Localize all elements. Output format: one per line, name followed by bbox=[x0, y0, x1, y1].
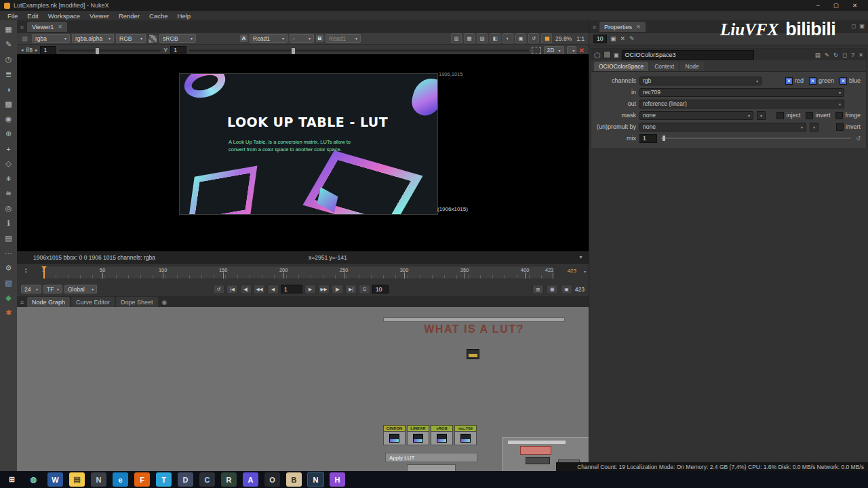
close-icon[interactable]: ✕ bbox=[859, 52, 863, 58]
toolbar-time-icon[interactable]: ◷ bbox=[1, 52, 16, 66]
toolbar-custom-icon[interactable]: ✱ bbox=[1, 306, 16, 320]
pane-float-icon[interactable]: ◻ bbox=[852, 23, 856, 29]
taskbar-vscode-icon[interactable]: C bbox=[199, 472, 215, 487]
taskbar-telegram-icon[interactable]: T bbox=[156, 472, 172, 487]
node-rec.709[interactable]: rec.709 bbox=[454, 425, 477, 445]
layer-dropdown[interactable]: rgba.alpha bbox=[72, 34, 114, 43]
wipe-icon[interactable]: ▥ bbox=[451, 33, 462, 43]
node-graph-canvas[interactable]: WHAT IS A LUT? CINEONLINEARsRGBrec.709 A… bbox=[17, 307, 589, 471]
buffer-b-dropdown[interactable]: Read1 bbox=[326, 34, 361, 43]
taskbar-houdini-icon[interactable]: H bbox=[330, 472, 345, 487]
loop-mode-button[interactable]: ↺ bbox=[213, 285, 224, 294]
premult-invert-checkbox[interactable] bbox=[836, 123, 844, 131]
view-options-dropdown[interactable] bbox=[567, 46, 576, 55]
tab-properties[interactable]: Properties ✕ bbox=[599, 22, 646, 32]
mask-invert-checkbox[interactable] bbox=[806, 112, 813, 119]
toolbar-views-icon[interactable]: ◎ bbox=[1, 201, 16, 216]
toolbar-deep-icon[interactable]: ≋ bbox=[1, 186, 16, 201]
buffer-a-dropdown[interactable]: Read1 bbox=[250, 34, 288, 43]
menu-file[interactable]: File bbox=[3, 12, 22, 20]
tab-node-graph[interactable]: Node Graph bbox=[27, 297, 70, 307]
tab-ociocolorspace[interactable]: OCIOColorSpace bbox=[594, 62, 648, 71]
next-keyframe-button[interactable]: |▶ bbox=[332, 285, 343, 294]
maximize-button[interactable]: ▢ bbox=[833, 2, 839, 9]
prev-keyframe-button[interactable]: ◀| bbox=[240, 285, 252, 294]
timeline-mode-dropdown[interactable]: TF bbox=[43, 285, 62, 293]
toolbar-channel-icon[interactable]: ≣ bbox=[1, 67, 16, 81]
pencil-icon[interactable]: ✎ bbox=[825, 52, 829, 58]
fstop-decrease-icon[interactable]: ◂ bbox=[21, 47, 24, 53]
node-cineon[interactable]: CINEON bbox=[383, 425, 406, 445]
gain-slider[interactable] bbox=[59, 49, 161, 52]
menu-cache[interactable]: Cache bbox=[144, 12, 172, 20]
tab-context[interactable]: Context bbox=[650, 62, 679, 71]
gamma-slider-knob[interactable] bbox=[291, 47, 296, 55]
node-stub[interactable] bbox=[407, 464, 456, 471]
taskbar-nuke-icon[interactable]: N bbox=[308, 472, 323, 487]
gamma-slider[interactable] bbox=[189, 49, 528, 52]
range-mode-dropdown[interactable]: Global bbox=[64, 285, 97, 293]
menu-workspace[interactable]: Workspace bbox=[43, 12, 85, 20]
roi-region-icon[interactable] bbox=[532, 47, 541, 54]
node-swatch[interactable] bbox=[604, 51, 611, 58]
taskbar-edge-icon[interactable]: e bbox=[113, 472, 128, 487]
mix-slider-knob[interactable] bbox=[663, 136, 665, 141]
toolbar-draw-icon[interactable]: ✎ bbox=[1, 37, 16, 52]
toolbar-particles-icon[interactable]: ∗ bbox=[1, 171, 16, 186]
mask-dropdown[interactable]: none bbox=[639, 111, 753, 120]
channel-green-checkbox[interactable]: ✕ bbox=[809, 77, 816, 85]
info-dropdown-icon[interactable]: ▼ bbox=[578, 255, 583, 260]
proxy-ratio[interactable]: 1:1 bbox=[575, 35, 586, 42]
mix-slider[interactable] bbox=[660, 138, 851, 139]
revert-icon[interactable]: ↻ bbox=[833, 52, 838, 58]
backdrop-apply-lut[interactable]: Apply LUT bbox=[385, 453, 477, 462]
channels-dropdown[interactable]: rgba bbox=[32, 34, 70, 43]
fast-forward-button[interactable]: ▶▶ bbox=[318, 285, 330, 294]
abort-render-icon[interactable]: ✕ bbox=[579, 47, 585, 54]
toolbar-3d-icon[interactable]: ◇ bbox=[1, 157, 16, 171]
lock-panels-icon[interactable]: ▣ bbox=[610, 35, 616, 42]
lock-icon[interactable]: ▣ bbox=[561, 285, 572, 294]
playhead[interactable] bbox=[43, 266, 45, 279]
wipe-mode-dropdown[interactable]: - bbox=[290, 34, 314, 43]
out-colorspace-dropdown[interactable]: reference (linear) bbox=[639, 100, 844, 108]
frame-ruler[interactable]: 150100150200250300350400423 bbox=[43, 266, 553, 279]
taskbar-firefox-icon[interactable]: F bbox=[134, 472, 150, 487]
premult-dropdown[interactable]: none bbox=[639, 123, 806, 131]
clear-panels-icon[interactable]: ✕ bbox=[620, 35, 626, 42]
buffer-a-badge[interactable]: A bbox=[240, 35, 248, 42]
revert-icon[interactable]: ↺ bbox=[856, 136, 861, 142]
taskbar-start-icon[interactable]: ⊞ bbox=[4, 472, 20, 487]
pause-icon[interactable]: ▮▮ bbox=[541, 33, 552, 43]
mask-channel-button[interactable]: ▾ bbox=[757, 111, 766, 120]
toolbar-flow-icon[interactable]: ◆ bbox=[1, 291, 16, 305]
fast-backward-button[interactable]: ◀◀ bbox=[254, 285, 265, 294]
viewer-grip-icon[interactable]: ▥ bbox=[20, 34, 30, 43]
view-mode-dropdown[interactable]: 2D bbox=[544, 46, 564, 55]
toolbar-filter-icon[interactable]: ▩ bbox=[1, 97, 16, 111]
menu-edit[interactable]: Edit bbox=[22, 12, 43, 20]
mask-overlay-icon[interactable]: ◧ bbox=[490, 33, 500, 43]
pink-node[interactable] bbox=[520, 446, 551, 455]
current-frame-field[interactable]: 1 bbox=[281, 285, 302, 293]
node-color-icon[interactable]: ◯ bbox=[594, 52, 601, 58]
checker-icon[interactable]: ▦ bbox=[464, 33, 475, 43]
mix-field[interactable]: 1 bbox=[639, 134, 657, 143]
fit-range-icon[interactable]: ▦ bbox=[547, 285, 558, 294]
read-node-thumbnail[interactable] bbox=[467, 349, 479, 359]
taskbar-blender-icon[interactable]: B bbox=[286, 472, 302, 487]
channels-dropdown[interactable]: rgb bbox=[639, 77, 762, 85]
goto-start-button[interactable]: |◀ bbox=[226, 285, 238, 294]
display-channel-dropdown[interactable]: RGB bbox=[116, 34, 146, 43]
frame-increment-mode-button[interactable]: G bbox=[359, 285, 370, 294]
play-forward-button[interactable]: ▶ bbox=[304, 285, 316, 294]
gamma-value-field[interactable]: 1 bbox=[170, 46, 186, 55]
roi-icon[interactable]: ▣ bbox=[515, 33, 526, 43]
help-icon[interactable]: ? bbox=[851, 52, 854, 58]
toolbar-gizmos-icon[interactable]: ⚙ bbox=[1, 261, 16, 275]
channel-blue-checkbox[interactable]: ✕ bbox=[840, 77, 847, 85]
pane-grip-icon[interactable]: ≡ bbox=[17, 298, 27, 307]
range-lock-icon[interactable]: ▥ bbox=[532, 285, 544, 294]
zebra-icon[interactable]: ▨ bbox=[477, 33, 488, 43]
in-colorspace-dropdown[interactable]: rec709 bbox=[639, 88, 844, 97]
